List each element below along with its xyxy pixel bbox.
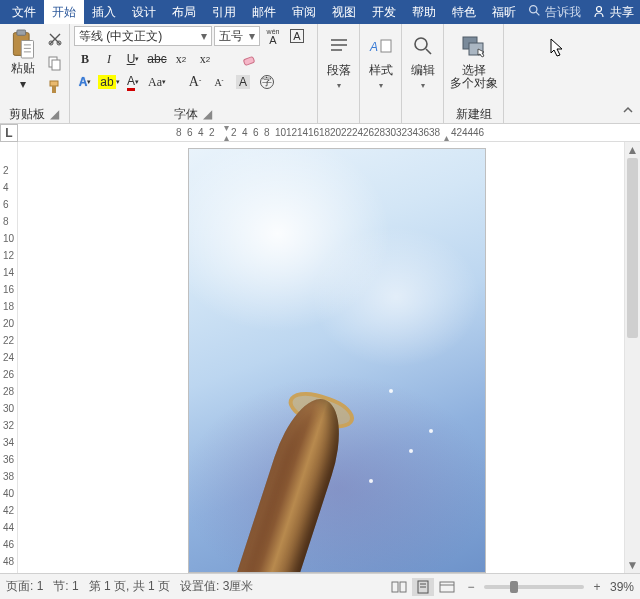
- cut-icon: [47, 31, 63, 47]
- paragraph-label: 段落: [327, 64, 351, 77]
- print-layout-icon: [416, 580, 430, 594]
- group-editing: 编辑▾: [402, 24, 444, 123]
- clear-formatting-button[interactable]: [238, 49, 260, 69]
- paste-button[interactable]: 粘贴 ▾: [4, 26, 41, 91]
- search-icon: [528, 4, 541, 20]
- tab-layout[interactable]: 布局: [164, 0, 204, 24]
- tab-developer[interactable]: 开发: [364, 0, 404, 24]
- font-color-button[interactable]: A▾: [122, 72, 144, 92]
- share-button[interactable]: 共享: [592, 0, 634, 24]
- italic-button[interactable]: I: [98, 49, 120, 69]
- tab-home[interactable]: 开始: [44, 0, 84, 24]
- tab-file[interactable]: 文件: [4, 0, 44, 24]
- svg-rect-5: [21, 41, 33, 59]
- highlight-button[interactable]: ab▾: [98, 72, 120, 92]
- paragraph-button[interactable]: 段落▾: [322, 26, 355, 90]
- enclose-character-button[interactable]: 字: [256, 72, 278, 92]
- svg-line-1: [536, 12, 539, 15]
- tell-me-search[interactable]: 告诉我: [528, 0, 581, 24]
- tab-insert[interactable]: 插入: [84, 0, 124, 24]
- group-styles: A 样式▾: [360, 24, 402, 123]
- zoom-slider[interactable]: [484, 585, 584, 589]
- copy-button[interactable]: [45, 54, 65, 72]
- svg-point-2: [597, 7, 602, 12]
- vertical-ruler[interactable]: 2468101214161820222426283032343638404244…: [0, 142, 18, 573]
- zoom-in-button[interactable]: +: [586, 578, 608, 596]
- cut-button[interactable]: [45, 30, 65, 48]
- paragraph-icon: [328, 32, 350, 60]
- change-case-button[interactable]: Aa▾: [146, 72, 168, 92]
- eraser-icon: [241, 51, 257, 67]
- select-multi-label: 选择 多个对象: [450, 64, 498, 90]
- scroll-thumb[interactable]: [627, 158, 638, 338]
- tab-design[interactable]: 设计: [124, 0, 164, 24]
- strikethrough-button[interactable]: abc: [146, 49, 168, 69]
- tell-me-placeholder: 告诉我: [545, 4, 581, 21]
- clipboard-dialog-launcher[interactable]: ◢: [49, 108, 61, 120]
- subscript-button[interactable]: x2: [170, 49, 192, 69]
- tab-help[interactable]: 帮助: [404, 0, 444, 24]
- svg-rect-12: [52, 60, 60, 70]
- underline-button[interactable]: U▾: [122, 49, 144, 69]
- grow-font-button[interactable]: Aˆ: [184, 72, 206, 92]
- editing-button[interactable]: 编辑▾: [406, 26, 439, 90]
- zoom-knob[interactable]: [510, 581, 518, 593]
- tab-mailings[interactable]: 邮件: [244, 0, 284, 24]
- tab-selector[interactable]: L: [0, 124, 18, 142]
- document-area: 2468101214161820222426283032343638404244…: [0, 142, 640, 573]
- svg-rect-14: [52, 86, 56, 93]
- horizontal-ruler[interactable]: 8642246810121416182022242628303234363842…: [18, 124, 640, 141]
- status-setting[interactable]: 设置值: 3厘米: [180, 578, 253, 595]
- format-painter-button[interactable]: [45, 78, 65, 96]
- status-pages[interactable]: 第 1 页, 共 1 页: [89, 578, 170, 595]
- status-section[interactable]: 节: 1: [53, 578, 78, 595]
- page[interactable]: [188, 148, 486, 573]
- view-print-layout[interactable]: [412, 578, 434, 596]
- view-read-mode[interactable]: [388, 578, 410, 596]
- svg-rect-30: [440, 582, 454, 592]
- shrink-font-button[interactable]: Aˇ: [208, 72, 230, 92]
- styles-button[interactable]: A 样式▾: [364, 26, 397, 90]
- tab-references[interactable]: 引用: [204, 0, 244, 24]
- character-border-button[interactable]: A: [286, 26, 308, 46]
- select-objects-icon: [461, 32, 487, 60]
- group-new-label: 新建组: [456, 106, 492, 123]
- svg-point-21: [415, 38, 427, 50]
- zoom-value[interactable]: 39%: [610, 580, 634, 594]
- svg-rect-26: [400, 582, 406, 592]
- text-effects-button[interactable]: A▾: [74, 72, 96, 92]
- font-dialog-launcher[interactable]: ◢: [202, 108, 214, 120]
- tab-view[interactable]: 视图: [324, 0, 364, 24]
- group-font: 等线 (中文正文)▾ 五号▾ wénA A B I U▾ abc x2 x2 A…: [70, 24, 318, 123]
- font-size-selector[interactable]: 五号▾: [214, 26, 260, 46]
- bold-button[interactable]: B: [74, 49, 96, 69]
- svg-line-22: [426, 49, 431, 54]
- tab-review[interactable]: 审阅: [284, 0, 324, 24]
- read-mode-icon: [391, 581, 407, 593]
- group-font-label: 字体: [174, 106, 198, 123]
- tab-special[interactable]: 特色: [444, 0, 484, 24]
- view-web-layout[interactable]: [436, 578, 458, 596]
- phonetic-guide-button[interactable]: wénA: [262, 26, 284, 46]
- zoom-out-button[interactable]: −: [460, 578, 482, 596]
- svg-rect-13: [50, 81, 58, 86]
- select-multiple-objects-button[interactable]: 选择 多个对象: [448, 26, 499, 90]
- collapse-ribbon-button[interactable]: [622, 104, 634, 119]
- group-new: 选择 多个对象 新建组: [444, 24, 504, 123]
- document-canvas[interactable]: [18, 142, 624, 573]
- font-name-selector[interactable]: 等线 (中文正文)▾: [74, 26, 212, 46]
- scroll-down-button[interactable]: ▼: [625, 557, 640, 573]
- share-label: 共享: [610, 4, 634, 21]
- scroll-up-button[interactable]: ▲: [625, 142, 640, 158]
- status-bar: 页面: 1 节: 1 第 1 页, 共 1 页 设置值: 3厘米 − + 39%: [0, 573, 640, 599]
- svg-rect-25: [392, 582, 398, 592]
- svg-rect-15: [243, 56, 254, 65]
- vertical-scrollbar[interactable]: ▲ ▼: [624, 142, 640, 573]
- character-shading-button[interactable]: A: [232, 72, 254, 92]
- scroll-track[interactable]: [625, 158, 640, 557]
- menu-tab-strip: 文件 开始 插入 设计 布局 引用 邮件 审阅 视图 开发 帮助 特色 福昕 告…: [0, 0, 640, 24]
- superscript-button[interactable]: x2: [194, 49, 216, 69]
- styles-icon: A: [368, 32, 394, 60]
- status-page[interactable]: 页面: 1: [6, 578, 43, 595]
- tab-foxit[interactable]: 福昕: [484, 0, 524, 24]
